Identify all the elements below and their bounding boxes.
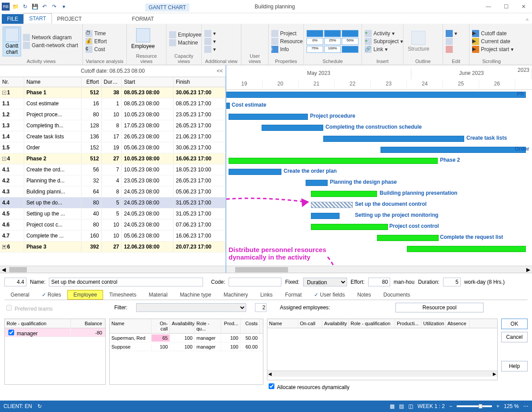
qat-dropdown-icon[interactable]: ▾ xyxy=(60,3,68,11)
erase-icon[interactable] xyxy=(446,46,457,53)
gantt-bar[interactable] xyxy=(381,147,526,153)
asg-col-util[interactable]: Utilization xyxy=(421,319,446,328)
table-row[interactable]: 1.5Order1521905.06.23 08:0030.06.23 17:0… xyxy=(0,142,225,153)
expand-icon[interactable]: - xyxy=(2,91,6,95)
gantt-bar[interactable] xyxy=(262,125,323,131)
allocate-checkbox[interactable]: Allocate resources dynamically xyxy=(267,380,498,392)
asg-col-prod[interactable]: Producti... xyxy=(395,319,421,328)
gantt-chart-button[interactable]: Gantt chart xyxy=(3,26,21,56)
pct-75[interactable]: 75% xyxy=(307,46,323,53)
emp-col-name[interactable]: Name xyxy=(110,319,151,333)
pct-0[interactable]: 0% xyxy=(307,38,323,45)
tab-format[interactable]: FORMAT xyxy=(127,14,159,24)
gantt-bar[interactable] xyxy=(306,180,328,186)
gantt-bar[interactable] xyxy=(226,92,526,98)
gantt-bar[interactable] xyxy=(323,136,464,142)
gantt-bar[interactable] xyxy=(407,246,526,252)
gantt-scrollbar-h[interactable]: ▶ xyxy=(226,266,532,273)
detail-tab-notes[interactable]: Notes xyxy=(351,290,377,300)
save-icon[interactable]: 💾 xyxy=(31,3,39,11)
detail-tab-user-fields[interactable]: User fields xyxy=(308,290,351,300)
schedule-icon[interactable] xyxy=(342,46,358,53)
table-row[interactable]: 4.7Complete the ...1601005.06.23 08:0016… xyxy=(0,230,225,241)
emp-col-avail[interactable]: Availability xyxy=(170,319,195,333)
prop-resource-button[interactable]: Resource xyxy=(271,38,303,45)
employee-row[interactable]: Suppose100100manager10060.00 xyxy=(110,342,263,351)
grid-scrollbar-h[interactable]: ◀ xyxy=(0,266,225,273)
status-icon[interactable]: ◫ xyxy=(408,403,413,409)
pct-25[interactable]: 25% xyxy=(324,38,341,45)
maximize-icon[interactable]: ☐ xyxy=(499,4,513,10)
detail-tab-machine-type[interactable]: Machine type xyxy=(174,290,217,300)
pct-50[interactable]: 50% xyxy=(342,38,358,45)
assigned-scrollbar[interactable]: ◀▶ xyxy=(267,371,497,377)
col-duration[interactable]: Dura... xyxy=(102,77,122,87)
pct-100[interactable]: 100% xyxy=(324,46,341,53)
detail-tab-material[interactable]: Material xyxy=(143,290,174,300)
detail-fixed-select[interactable]: Duration xyxy=(303,278,347,286)
close-icon[interactable]: ✕ xyxy=(517,4,530,10)
tab-project[interactable]: PROJECT xyxy=(52,14,87,24)
detail-tab-roles[interactable]: Roles xyxy=(36,290,67,300)
additional-button[interactable]: ▾ xyxy=(204,30,216,37)
detail-tab-general[interactable]: General xyxy=(4,290,36,300)
roles-col-role[interactable]: Role - qualification xyxy=(5,319,71,328)
detail-tab-format[interactable]: Format xyxy=(279,290,308,300)
emp-col-oncall[interactable]: On-call xyxy=(151,319,170,333)
gantt-bar[interactable] xyxy=(311,213,340,219)
table-row[interactable]: 1.2Project proce...801010.05.23 08:0023.… xyxy=(0,109,225,120)
detail-name-input[interactable] xyxy=(49,278,203,286)
table-row[interactable]: 4.3Building planni...64824.05.23 08:0005… xyxy=(0,186,225,197)
resource-pool-button[interactable]: Resource pool xyxy=(395,303,484,312)
col-effort[interactable]: Effort xyxy=(81,77,102,87)
table-row[interactable]: 4.5Setting up the ...40524.05.23 08:0031… xyxy=(0,208,225,219)
collapse-icon[interactable]: << xyxy=(217,68,223,74)
asg-col-abs[interactable]: Absence xyxy=(446,319,470,328)
effort-button[interactable]: 💰Effort xyxy=(85,38,107,45)
status-more-icon[interactable]: ⋯ xyxy=(523,403,528,409)
open-icon[interactable]: 📁 xyxy=(11,3,19,11)
table-row[interactable]: - 1Phase 15123808.05.23 08:0030.06.23 17… xyxy=(0,87,225,98)
tab-gantt-chart-context[interactable]: GANTT CHART xyxy=(145,4,189,11)
expand-icon[interactable]: - xyxy=(2,157,6,161)
schedule-icon[interactable] xyxy=(307,30,323,37)
table-row[interactable]: + 6Phase 33922712.06.23 08:0020.07.23 17… xyxy=(0,241,225,252)
gantt-bar[interactable] xyxy=(311,224,388,230)
detail-tab-machinery[interactable]: Machinery xyxy=(218,290,254,300)
gantt-bar[interactable] xyxy=(229,169,281,175)
filter-select[interactable] xyxy=(136,303,246,312)
detail-tab-links[interactable]: Links xyxy=(254,290,279,300)
table-row[interactable]: 4.2Planning the d...32423.05.23 08:0026.… xyxy=(0,175,225,186)
gantt-bar[interactable] xyxy=(226,103,230,109)
schedule-icon[interactable] xyxy=(342,30,358,37)
cap-machine-button[interactable]: Machine xyxy=(169,39,201,46)
detail-duration-input[interactable] xyxy=(443,278,461,286)
sync-icon[interactable]: ↻ xyxy=(21,3,29,11)
filter-count[interactable] xyxy=(255,303,266,312)
table-row[interactable]: 4.1Create the ord...56710.05.23 08:0018.… xyxy=(0,164,225,175)
gantt-network-chart-button[interactable]: Gantt-network chart xyxy=(23,42,78,49)
table-row[interactable]: - 4Phase 25122710.05.23 08:0016.06.23 17… xyxy=(0,153,225,164)
gantt-bar[interactable] xyxy=(229,158,438,164)
table-row[interactable]: 1.4Create task lists1361726.05.23 08:002… xyxy=(0,131,225,142)
role-cell[interactable]: manager xyxy=(5,327,71,338)
status-icon[interactable]: ▦ xyxy=(390,403,395,409)
network-diagram-button[interactable]: Network diagram xyxy=(23,34,78,41)
emp-col-role[interactable]: Role - qu... xyxy=(195,319,221,333)
table-row[interactable]: 4.4Set up the do...80524.05.23 08:0031.0… xyxy=(0,197,225,208)
refresh-icon[interactable]: ↻ xyxy=(37,403,42,409)
table-row[interactable]: 1.3Completing th...128817.05.23 08:0026.… xyxy=(0,120,225,131)
gantt-bar[interactable] xyxy=(377,235,439,241)
minimize-icon[interactable]: — xyxy=(482,4,495,10)
filter-icon[interactable]: ▾ xyxy=(446,30,457,37)
scroll-current-button[interactable]: ▶Current date xyxy=(472,38,514,45)
zoom-in-icon[interactable]: + xyxy=(496,403,499,409)
roles-col-balance[interactable]: Balance xyxy=(71,319,104,328)
asg-col-oncall[interactable]: On-call xyxy=(298,319,322,328)
ok-button[interactable]: OK xyxy=(501,319,528,329)
gantt-bar[interactable] xyxy=(311,191,377,197)
detail-tab-employee[interactable]: Employee xyxy=(67,290,103,300)
detail-tab-timesheets[interactable]: Timesheets xyxy=(103,290,143,300)
col-finish[interactable]: Finish xyxy=(174,77,225,87)
asg-col-name[interactable]: Name xyxy=(267,319,298,328)
